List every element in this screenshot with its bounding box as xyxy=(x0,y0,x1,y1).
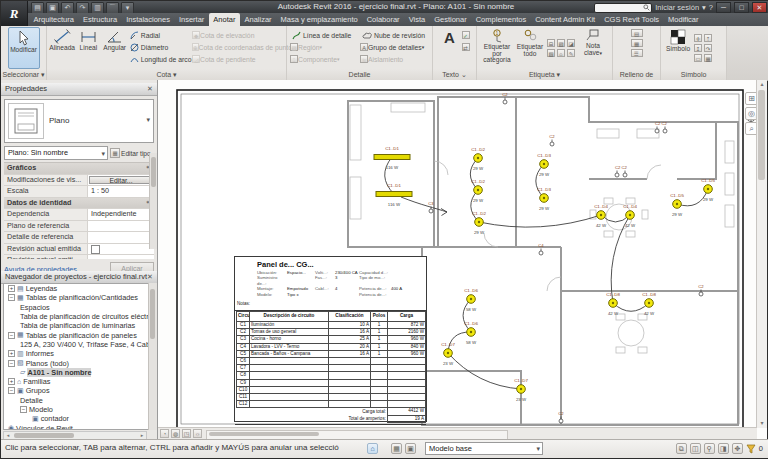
tab-arquitectura[interactable]: Arquitectura xyxy=(29,13,78,26)
tree-item-grupos[interactable]: −▣Grupos xyxy=(4,386,154,395)
panel-label-texto[interactable]: Texto ⌄ xyxy=(433,69,476,80)
tree-item-familias[interactable]: +⌂Familias xyxy=(4,377,154,386)
expand-icon[interactable]: + xyxy=(8,350,15,357)
multi-category-tag-icon[interactable]: ▨ xyxy=(557,39,565,47)
keynote-button[interactable]: Nota clave▾ xyxy=(578,27,608,69)
room-tag-icon[interactable]: ⌂ xyxy=(557,49,565,57)
design-option-selector[interactable]: Modelo base▾ xyxy=(425,442,543,455)
dim-angular-button[interactable]: Angular xyxy=(102,27,128,69)
component-button[interactable]: ⌷Componente ▾ xyxy=(290,53,360,65)
tab-content-admin-kit[interactable]: Content Admin Kit xyxy=(531,13,600,26)
tree-item-leyendas[interactable]: +▤Leyendas xyxy=(4,284,154,293)
property-value[interactable]: Independiente xyxy=(88,209,154,220)
tree-item-tablas-de-planificaci-n-cantidades[interactable]: −▦Tablas de planificación/Cantidades xyxy=(4,293,154,302)
tab-estructura[interactable]: Estructura xyxy=(78,13,121,26)
tag-by-category-button[interactable]: 1 Etiquetar por categoría xyxy=(479,27,515,69)
properties-section-datos-de-identidad[interactable]: Datos de identidad＊ xyxy=(4,198,154,210)
restore-button[interactable]: □ xyxy=(734,2,749,13)
tab-complementos[interactable]: Complementos xyxy=(471,13,530,26)
tree-item-planos-todo[interactable]: −▧Planos (todo) xyxy=(4,358,154,367)
drag-selection-icon[interactable]: ✥ xyxy=(732,443,743,454)
dim-diameter-button[interactable]: Diámetro xyxy=(128,41,192,53)
symbol-button[interactable]: Símbolo xyxy=(664,27,692,69)
type-selector[interactable]: Plano ▾ xyxy=(4,99,154,143)
tab-masa-y-emplazamiento[interactable]: Masa y emplazamiento xyxy=(276,13,362,26)
text-button[interactable]: A xyxy=(440,27,460,69)
scale-control-icon[interactable]: ◔ xyxy=(160,429,169,438)
select-by-face-icon[interactable]: ◨ xyxy=(718,443,729,454)
close-button[interactable]: ✕ xyxy=(752,2,767,13)
area-symbol-icon[interactable]: ▭ xyxy=(694,54,702,62)
panel-label-relleno[interactable]: Relleno de color xyxy=(613,69,660,80)
panel-label-simbolo[interactable]: Símbolo xyxy=(661,69,726,80)
properties-close-icon[interactable]: ✕ xyxy=(145,83,155,95)
find-replace-button[interactable]: ⇄ xyxy=(462,41,470,53)
type-selector-caret-icon[interactable]: ▾ xyxy=(146,116,150,124)
collapse-icon[interactable]: − xyxy=(20,406,27,413)
tab-colaborar[interactable]: Colaborar xyxy=(362,13,404,26)
tab-cgs-revit-tools[interactable]: CGS Revit Tools xyxy=(600,13,664,26)
dim-spot-elevation-button[interactable]: ◆Cota de elevación xyxy=(192,29,286,41)
panel-schedule[interactable]: Panel de... CG... Ubicación:Espacio...Vo… xyxy=(234,256,427,422)
dim-arclength-button[interactable]: Longitud de arco xyxy=(128,53,192,65)
modify-button[interactable]: Modificar xyxy=(8,27,40,69)
browser-close-icon[interactable]: ✕ xyxy=(145,271,155,283)
edit-type-button[interactable]: ▦ Editar tipo xyxy=(110,146,154,160)
dim-radial-button[interactable]: Radial xyxy=(128,29,192,41)
property-value[interactable]: Editar... xyxy=(88,175,154,186)
detail-group-button[interactable]: AGrupo de detalles ▾ xyxy=(360,41,432,53)
dim-linear-button[interactable]: Lineal xyxy=(75,27,101,69)
collapse-icon[interactable]: − xyxy=(8,360,15,367)
expand-icon[interactable]: + xyxy=(8,285,15,292)
tree-item-detalle[interactable]: Detalle xyxy=(4,396,154,405)
tab-vista[interactable]: Vista xyxy=(404,13,430,26)
property-value[interactable] xyxy=(88,221,154,232)
application-menu-button[interactable]: R xyxy=(1,1,28,26)
tree-item-contador[interactable]: ▣contador xyxy=(4,414,154,423)
detail-line-button[interactable]: Línea de detalle xyxy=(290,29,360,41)
worksharing-icon[interactable]: ⌂ xyxy=(367,443,378,454)
panel-label-detalle[interactable]: Detalle xyxy=(287,69,432,80)
tree-item-informes[interactable]: +▥Informes xyxy=(4,349,154,358)
beam-annotation-icon[interactable]: ⊟ xyxy=(547,39,555,47)
spelling-button[interactable]: ✓ xyxy=(462,29,470,41)
legend-list-icon[interactable]: ☰ xyxy=(631,49,643,57)
insulation-button[interactable]: ≋Aislamiento xyxy=(360,53,432,65)
tag-all-button[interactable]: Etiquetar todo xyxy=(515,27,545,69)
color-fill-legend-icon[interactable]: ▤ xyxy=(631,29,643,37)
material-tag-icon[interactable]: ◪ xyxy=(567,39,575,47)
tree-item-a101-sin-nombre[interactable]: ▱A101 - Sin nombre xyxy=(4,368,154,377)
dim-spot-coordinate-button[interactable]: ⊕Cota de coordenadas de punto xyxy=(192,41,286,53)
collapse-icon[interactable]: − xyxy=(8,294,15,301)
tab-instalaciones[interactable]: Instalaciones xyxy=(122,13,175,26)
tree-item-tabla-de-planificaci-n-de-circuitos-el-ctric[interactable]: Tabla de planificación de circuitos eléc… xyxy=(4,312,154,321)
drawing-area[interactable]: C2 C2C2C2C3C4C2C2C2 C2 C1..D1116 WC1..D1… xyxy=(158,80,767,440)
span-direction-icon[interactable]: ✛ xyxy=(694,34,702,42)
tab-gestionar[interactable]: Gestionar xyxy=(430,13,472,26)
expand-icon[interactable]: + xyxy=(8,378,15,385)
search-input[interactable] xyxy=(594,3,652,13)
tree-item-125-a-230-v-400-v-trifase-fase-4-cables[interactable]: 125 A, 230 V/400 V, Trifase Fase, 4 Cabl… xyxy=(4,340,154,349)
tree-item-tabla-de-planificaci-n-de-luminarias[interactable]: Tabla de planificación de luminarias xyxy=(4,321,154,330)
region-button[interactable]: ▨Región ▾ xyxy=(290,41,360,53)
canvas-vscrollbar[interactable]: ▴ ▾ xyxy=(756,80,767,428)
filter-icon[interactable] xyxy=(746,444,756,454)
property-value[interactable] xyxy=(88,244,154,255)
panel-label-etiqueta[interactable]: Etiqueta ▾ xyxy=(477,69,612,80)
scroll-up-icon[interactable]: ▴ xyxy=(757,80,767,89)
signin-caret-icon[interactable]: ▾ xyxy=(702,3,706,13)
element-selector[interactable]: Plano: Sin nombre▾ xyxy=(4,146,108,160)
grid-symbol-icon[interactable]: ▦ xyxy=(704,54,712,62)
arrow-curve-icon[interactable]: ↷ xyxy=(704,44,712,52)
dim-spot-slope-button[interactable]: ◿Cota de pendiente xyxy=(192,53,286,65)
browser-vscrollbar[interactable] xyxy=(148,283,157,430)
property-value[interactable] xyxy=(88,255,154,259)
minimize-button[interactable]: ─ xyxy=(716,2,731,13)
stair-path-icon[interactable]: ⇡ xyxy=(704,34,712,42)
help-icon[interactable]: ? xyxy=(709,3,713,13)
tab-insertar[interactable]: Insertar xyxy=(174,13,208,26)
hscroll-right-icon[interactable]: ▸ xyxy=(138,432,146,439)
tree-item-espacios[interactable]: Espacios xyxy=(4,303,154,312)
worksets-icon[interactable]: ▦ xyxy=(391,443,402,454)
property-edit-button[interactable]: Editar... xyxy=(89,176,153,185)
